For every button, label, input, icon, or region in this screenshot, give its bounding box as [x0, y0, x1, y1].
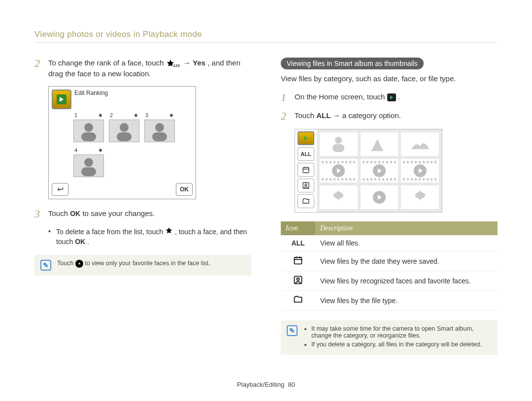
subsection-pill: Viewing files in Smart album as thumbnai… [281, 58, 424, 69]
subsection-desc: View files by category, such as date, fa… [281, 74, 498, 83]
thumb[interactable] [361, 132, 399, 156]
section-header: Viewing photos or videos in Playback mod… [34, 30, 498, 39]
text: Touch [48, 209, 70, 217]
text: → a category option. [333, 111, 401, 120]
thumb-video[interactable] [320, 159, 358, 183]
star-icon: ★ [98, 147, 103, 154]
right-step-1: 1 On the Home screen, touch . [281, 92, 498, 103]
play-icon [414, 164, 427, 177]
right-column: Viewing files in Smart album as thumbnai… [281, 58, 498, 355]
screen-title: Edit Ranking [74, 87, 108, 112]
face-thumb[interactable] [73, 154, 104, 177]
svg-rect-16 [295, 258, 302, 264]
svg-rect-8 [303, 168, 309, 173]
svg-point-2 [120, 123, 129, 132]
play-icon [332, 164, 345, 177]
text: to view only your favorite faces in the … [85, 260, 210, 267]
cell-icon-calendar [281, 251, 315, 271]
svg-rect-15 [332, 144, 344, 152]
arrow: → [183, 59, 193, 67]
cell-icon-face [281, 271, 315, 291]
step-body: On the Home screen, touch . [295, 92, 400, 103]
yes-label: Yes [193, 59, 205, 67]
tip-item: If you delete a category, all files in t… [311, 341, 492, 348]
cell-desc: View files by the date they were saved. [315, 251, 498, 271]
tip-box-left: ✎ Touch ★ to view only your favorite fac… [34, 255, 251, 276]
left-column: 2 To change the rank of a face, touch 12… [34, 58, 251, 355]
category-sidebar: ALL [295, 129, 317, 212]
thumb-video[interactable] [401, 159, 439, 183]
svg-rect-5 [152, 132, 167, 141]
step-number: 2 [281, 110, 289, 122]
th-desc: Description [315, 221, 498, 235]
table-row: ALL View all files. [281, 235, 498, 251]
right-step-2: 2 Touch ALL → a category option. [281, 110, 498, 122]
thumb[interactable] [401, 132, 439, 156]
step-number: 2 [34, 58, 42, 79]
cell-icon-folder [281, 291, 315, 310]
text: Touch [57, 260, 75, 267]
table-row: View files by the file type. [281, 291, 498, 310]
svg-rect-7 [81, 167, 96, 176]
thumb-video[interactable] [361, 159, 399, 183]
text: On the Home screen, touch [295, 93, 387, 101]
ok-inline: OK [70, 210, 80, 217]
back-button[interactable] [52, 183, 68, 196]
svg-point-13 [305, 184, 307, 186]
rank-num: 4 [74, 147, 77, 153]
svg-rect-3 [117, 132, 132, 141]
text: . [398, 93, 400, 101]
cell-desc: View all files. [315, 235, 498, 251]
svg-point-6 [84, 158, 93, 167]
ok-inline: OK [75, 238, 85, 246]
sidebar-all[interactable]: ALL [298, 147, 314, 161]
sub-bullet: • To delete a face from the list, touch … [48, 227, 251, 247]
ok-button[interactable]: OK [176, 183, 193, 196]
rank-cell-2[interactable]: 2★ [109, 112, 139, 142]
face-thumb[interactable] [144, 120, 175, 142]
step-body: Touch OK to save your changes. [48, 208, 155, 220]
page-footer: Playback/Editing 80 [0, 381, 532, 388]
tip-box-right: ✎ It may take some time for the camera t… [281, 320, 498, 355]
rank-cell-1[interactable]: 1★ [73, 112, 104, 142]
sidebar-face[interactable] [298, 179, 314, 192]
face-thumb[interactable] [109, 120, 139, 142]
folder-icon [293, 295, 303, 305]
th-icon: Icon [281, 221, 315, 235]
edit-ranking-screen: Edit Ranking 1★ 2★ 3★ [48, 86, 196, 199]
bullet-dot: • [48, 227, 51, 247]
play-icon [373, 164, 386, 177]
cell-desc: View files by the file type. [315, 291, 498, 310]
smart-album-screen: ALL [295, 129, 442, 213]
step-3: 3 Touch OK to save your changes. [34, 208, 251, 220]
rank-num: 1 [74, 112, 77, 118]
table-row: View files by the date they were saved. [281, 251, 498, 271]
thumbnail-grid [317, 129, 442, 212]
star-icon: ★ [98, 112, 103, 119]
table-row: View files by recognized faces and favor… [281, 271, 498, 291]
face-icon [293, 275, 303, 285]
face-thumb[interactable] [73, 120, 104, 142]
rank-num: 3 [145, 112, 148, 118]
footer-page: 80 [288, 381, 295, 388]
svg-point-21 [297, 278, 299, 280]
favorites-icon: ★ [75, 260, 83, 268]
thumb-video[interactable] [361, 185, 399, 209]
sidebar-filetype[interactable] [298, 194, 314, 208]
album-icon[interactable] [298, 131, 314, 145]
rank-cell-3[interactable]: 3★ [144, 112, 175, 142]
all-label: ALL [316, 111, 331, 120]
svg-point-14 [335, 137, 342, 144]
note-icon: ✎ [40, 260, 51, 271]
thumb[interactable] [401, 185, 439, 209]
star-icon: ★ [133, 112, 138, 119]
text: . [87, 238, 89, 246]
svg-point-0 [84, 123, 93, 132]
step-2: 2 To change the rank of a face, touch 12… [34, 58, 251, 79]
playback-app-icon [387, 93, 396, 101]
rank-cell-4[interactable]: 4★ [73, 147, 104, 177]
thumb[interactable] [320, 185, 358, 209]
sidebar-date[interactable] [298, 163, 314, 177]
thumb[interactable] [320, 132, 358, 156]
cell-icon-all: ALL [281, 235, 315, 251]
